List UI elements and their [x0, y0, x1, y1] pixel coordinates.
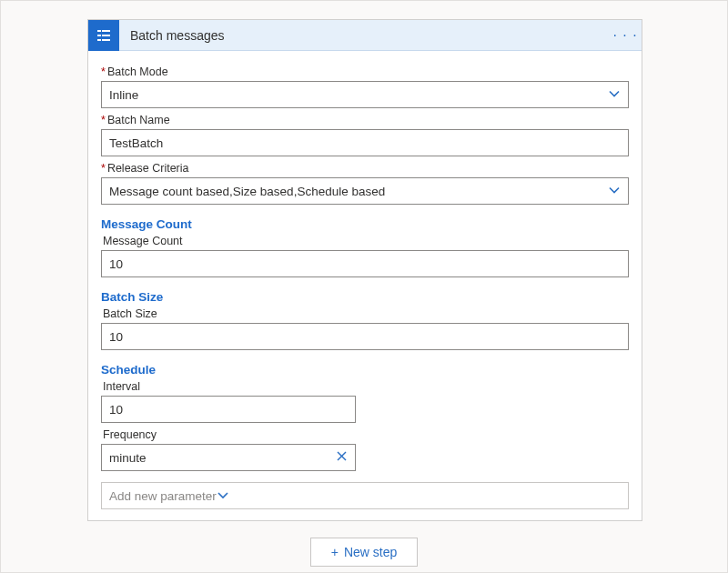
new-step-container: + New step — [87, 538, 641, 567]
card-body: *Batch Mode Inline *Batch Name TestBatch… — [88, 51, 642, 520]
chevron-down-icon — [608, 88, 621, 102]
batch-size-value: 10 — [109, 330, 123, 344]
interval-input[interactable]: 10 — [101, 396, 356, 423]
more-menu-button[interactable]: · · · — [609, 27, 642, 44]
add-param-placeholder: Add new parameter — [109, 489, 217, 503]
new-step-button[interactable]: + New step — [310, 538, 419, 567]
release-criteria-label: *Release Criteria — [101, 162, 629, 175]
frequency-label: Frequency — [103, 428, 629, 441]
batch-size-label: Batch Size — [103, 307, 629, 320]
message-count-input[interactable]: 10 — [101, 250, 629, 277]
plus-icon: + — [331, 545, 339, 559]
message-count-label: Message Count — [103, 235, 629, 247]
batch-name-input[interactable]: TestBatch — [101, 129, 629, 156]
batch-mode-value: Inline — [109, 88, 138, 102]
svg-rect-1 — [102, 30, 110, 32]
section-message-count-title: Message Count — [101, 217, 629, 231]
chevron-down-icon — [217, 489, 229, 503]
section-schedule-title: Schedule — [101, 363, 629, 377]
svg-rect-0 — [97, 30, 101, 32]
designer-canvas: Batch messages · · · *Batch Mode Inline … — [0, 0, 728, 573]
svg-rect-4 — [97, 39, 101, 41]
batch-icon — [88, 20, 119, 51]
batch-size-input[interactable]: 10 — [101, 323, 629, 350]
svg-rect-2 — [97, 35, 101, 36]
card-title: Batch messages — [119, 28, 609, 43]
new-step-label: New step — [344, 545, 397, 559]
chevron-down-icon — [608, 185, 621, 198]
batch-messages-card: Batch messages · · · *Batch Mode Inline … — [87, 19, 642, 521]
batch-name-label: *Batch Name — [101, 114, 629, 126]
section-batch-size-title: Batch Size — [101, 290, 629, 304]
batch-name-value: TestBatch — [109, 136, 163, 150]
batch-mode-label: *Batch Mode — [101, 65, 629, 78]
release-criteria-select[interactable]: Message count based,Size based,Schedule … — [101, 177, 629, 205]
card-header: Batch messages · · · — [88, 20, 642, 51]
frequency-input[interactable]: minute — [101, 444, 356, 471]
interval-label: Interval — [103, 380, 629, 393]
interval-value: 10 — [109, 403, 123, 417]
frequency-value: minute — [109, 451, 147, 465]
svg-rect-5 — [102, 39, 110, 41]
message-count-value: 10 — [109, 257, 123, 271]
add-new-parameter-dropdown[interactable]: Add new parameter — [101, 482, 629, 509]
clear-icon[interactable] — [336, 450, 348, 465]
batch-mode-select[interactable]: Inline — [101, 81, 629, 108]
svg-rect-3 — [102, 35, 110, 36]
release-criteria-value: Message count based,Size based,Schedule … — [109, 185, 385, 198]
